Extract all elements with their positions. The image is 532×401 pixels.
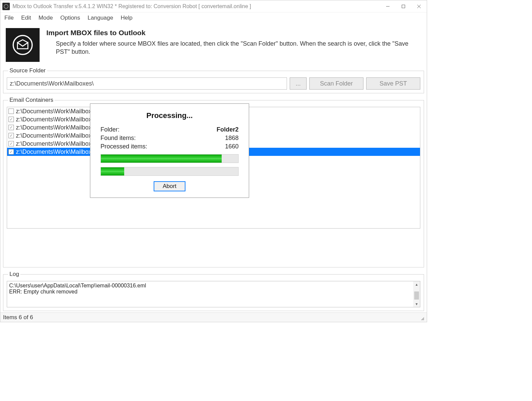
envelope-icon bbox=[11, 33, 35, 57]
titlebar: Mbox to Outlook Transfer v.5.4.1.2 WIN32… bbox=[0, 0, 427, 13]
menu-mode[interactable]: Mode bbox=[39, 15, 53, 21]
progress-fill-1 bbox=[101, 155, 222, 163]
log-legend: Log bbox=[8, 271, 20, 278]
list-item-path: z:\Documents\Work\Mailboxes\ bbox=[16, 148, 100, 156]
statusbar: Items 6 of 6 bbox=[0, 312, 427, 322]
banner-body: Specify a folder where source MBOX files… bbox=[46, 40, 422, 56]
menu-edit[interactable]: Edit bbox=[21, 15, 31, 21]
close-button[interactable] bbox=[411, 0, 427, 13]
list-item-path: z:\Documents\Work\Mailboxes\ bbox=[16, 124, 100, 131]
menu-options[interactable]: Options bbox=[60, 15, 80, 21]
dialog-folder-row: Folder: Folder2 bbox=[101, 126, 239, 133]
log-group: Log C:\Users\user\AppData\Local\Temp\\em… bbox=[3, 271, 424, 311]
list-item-path: z:\Documents\Work\Mailboxes\ bbox=[16, 132, 100, 139]
maximize-button[interactable] bbox=[396, 0, 411, 13]
scroll-thumb[interactable] bbox=[414, 291, 419, 300]
abort-button[interactable]: Abort bbox=[154, 181, 185, 191]
save-pst-button[interactable]: Save PST bbox=[366, 77, 420, 90]
resize-grip-icon[interactable] bbox=[419, 315, 424, 320]
menu-help[interactable]: Help bbox=[120, 15, 132, 21]
dialog-processed-row: Processed items: 1660 bbox=[101, 143, 239, 150]
checkbox[interactable]: ✓ bbox=[8, 149, 14, 155]
svg-rect-1 bbox=[402, 5, 405, 8]
svg-point-4 bbox=[13, 36, 32, 54]
scroll-up-icon[interactable]: ▴ bbox=[416, 281, 418, 287]
svg-marker-5 bbox=[18, 43, 28, 49]
source-row: ... Scan Folder Save PST bbox=[7, 77, 420, 90]
dialog-processed-value: 1660 bbox=[225, 143, 239, 150]
dialog-processed-label: Processed items: bbox=[101, 143, 147, 150]
menu-file[interactable]: File bbox=[4, 15, 14, 21]
menu-language[interactable]: Language bbox=[88, 15, 113, 21]
status-text: Items 6 of 6 bbox=[3, 314, 33, 321]
list-item-path: z:\Documents\Work\Mailboxes\ bbox=[16, 140, 100, 147]
window-controls bbox=[380, 0, 427, 13]
dialog-title: Processing... bbox=[101, 111, 239, 120]
envelope-logo bbox=[6, 28, 40, 62]
window-title: Mbox to Outlook Transfer v.5.4.1.2 WIN32… bbox=[13, 3, 380, 9]
maximize-icon bbox=[401, 4, 405, 8]
close-icon bbox=[417, 4, 421, 8]
source-folder-legend: Source Folder bbox=[8, 67, 47, 74]
dialog-folder-label: Folder: bbox=[101, 126, 119, 133]
scroll-down-icon[interactable]: ▾ bbox=[416, 301, 418, 307]
checkbox[interactable]: ✓ bbox=[8, 125, 14, 130]
import-banner: Import MBOX files to Outlook Specify a f… bbox=[0, 23, 427, 65]
checkbox[interactable]: ✓ bbox=[8, 133, 14, 138]
processing-dialog: Processing... Folder: Folder2 Found item… bbox=[90, 103, 249, 198]
log-textarea[interactable]: C:\Users\user\AppData\Local\Temp\\email-… bbox=[7, 281, 420, 307]
log-line: C:\Users\user\AppData\Local\Temp\\email-… bbox=[9, 283, 418, 289]
progress-fill-2 bbox=[101, 167, 124, 175]
minimize-icon bbox=[386, 4, 390, 8]
log-scrollbar[interactable]: ▴ ▾ bbox=[413, 281, 420, 307]
progress-bar-1 bbox=[101, 154, 239, 163]
banner-heading: Import MBOX files to Outlook bbox=[46, 29, 422, 37]
checkbox[interactable]: ✓ bbox=[8, 117, 14, 122]
dialog-folder-value: Folder2 bbox=[217, 126, 239, 133]
dialog-found-row: Found items: 1868 bbox=[101, 135, 239, 142]
dialog-found-label: Found items: bbox=[101, 135, 136, 142]
scan-folder-button[interactable]: Scan Folder bbox=[309, 77, 363, 90]
browse-button[interactable]: ... bbox=[290, 77, 307, 90]
progress-bar-2 bbox=[101, 167, 239, 176]
menubar: File Edit Mode Options Language Help bbox=[0, 13, 427, 23]
source-folder-group: Source Folder ... Scan Folder Save PST bbox=[3, 67, 424, 93]
app-icon bbox=[2, 3, 10, 10]
email-containers-legend: Email Containers bbox=[8, 97, 54, 103]
log-line: ERR: Empty chunk removed bbox=[9, 289, 418, 295]
checkbox[interactable]: ✓ bbox=[8, 141, 14, 146]
dialog-found-value: 1868 bbox=[225, 135, 239, 142]
minimize-button[interactable] bbox=[380, 0, 396, 13]
checkbox[interactable] bbox=[8, 109, 14, 114]
banner-text: Import MBOX files to Outlook Specify a f… bbox=[46, 28, 422, 56]
source-path-input[interactable] bbox=[7, 77, 287, 90]
app-window: Mbox to Outlook Transfer v.5.4.1.2 WIN32… bbox=[0, 0, 427, 322]
